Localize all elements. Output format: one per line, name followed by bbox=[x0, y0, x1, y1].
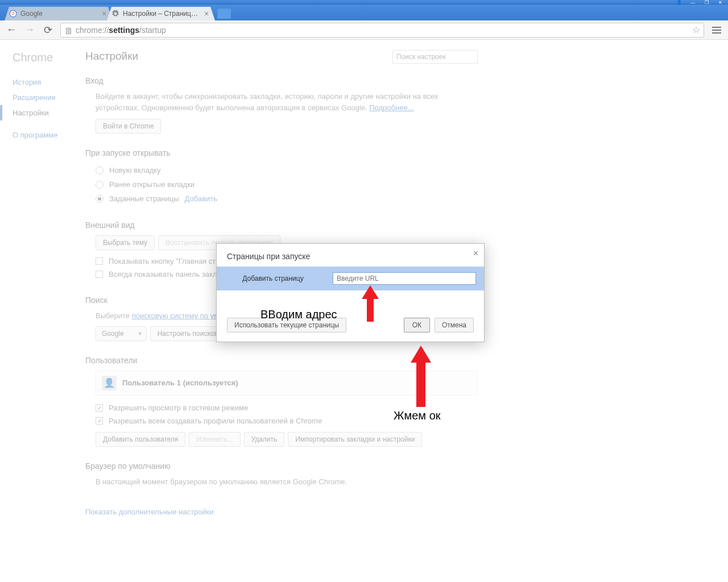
section-users: Пользователи 👤 Пользователь 1 (используе… bbox=[85, 356, 478, 447]
dialog-close-icon[interactable]: × bbox=[473, 248, 478, 259]
reload-button[interactable]: ⟳ bbox=[40, 22, 56, 38]
search-engine-select[interactable]: Google▼ bbox=[96, 326, 147, 341]
section-heading: При запуске открывать bbox=[85, 148, 478, 157]
page-icon: 🗎 bbox=[64, 26, 72, 34]
dialog-add-row: Добавить страницу bbox=[217, 267, 484, 290]
chrome-brand: Chrome bbox=[13, 51, 85, 64]
radio-continue[interactable] bbox=[96, 181, 104, 189]
forward-button: → bbox=[22, 22, 38, 38]
back-button[interactable]: ← bbox=[3, 22, 19, 38]
check-label: Разрешить всем создавать профили пользов… bbox=[109, 417, 322, 425]
user-icon[interactable]: 👤 bbox=[672, 0, 686, 5]
tab-close-icon[interactable]: × bbox=[100, 10, 108, 18]
show-advanced-link[interactable]: Показать дополнительные настройки bbox=[85, 508, 214, 516]
checkbox-show-home[interactable] bbox=[96, 257, 103, 265]
tab-settings[interactable]: Настройки – Страницы пр × bbox=[107, 7, 215, 20]
google-favicon-icon: G bbox=[9, 10, 17, 18]
startup-add-link[interactable]: Добавить bbox=[185, 194, 217, 203]
startup-pages-dialog: × Страницы при запуске Добавить страницу… bbox=[216, 243, 485, 342]
svg-text:G: G bbox=[11, 11, 14, 15]
settings-search-input[interactable] bbox=[392, 50, 478, 64]
sidebar-item-settings[interactable]: Настройки bbox=[0, 105, 85, 120]
url-text: chrome://settings/startup bbox=[76, 26, 166, 35]
window-titlebar: 👤 — ❐ ✕ bbox=[0, 0, 728, 5]
chrome-menu-button[interactable] bbox=[709, 22, 725, 38]
ok-button[interactable]: ОК bbox=[404, 318, 430, 332]
avatar-icon: 👤 bbox=[102, 376, 117, 390]
user-name: Пользователь 1 (используется) bbox=[122, 379, 238, 387]
default-browser-text: В настоящий момент браузером по умолчани… bbox=[85, 476, 478, 488]
checkbox-show-bookmarks[interactable] bbox=[96, 271, 103, 278]
settings-sidebar: Chrome История Расширения Настройки О пр… bbox=[0, 40, 85, 582]
sidebar-item-about[interactable]: О программе bbox=[13, 127, 85, 143]
choose-theme-button[interactable]: Выбрать тему bbox=[96, 235, 155, 250]
edit-user-button: Изменить... bbox=[189, 432, 240, 447]
radio-label: Новую вкладку bbox=[109, 166, 161, 174]
check-label: Всегда показывать панель закладок bbox=[109, 270, 233, 278]
signin-button[interactable]: Войти в Chrome bbox=[96, 119, 161, 134]
import-button[interactable]: Импортировать закладки и настройки bbox=[288, 432, 422, 447]
radio-newtab[interactable] bbox=[96, 167, 104, 174]
tab-google[interactable]: G Google × bbox=[5, 7, 113, 20]
tab-title: Настройки – Страницы пр bbox=[123, 10, 202, 18]
section-heading: Вход bbox=[85, 76, 478, 85]
tab-close-icon[interactable]: × bbox=[202, 10, 210, 18]
new-tab-button[interactable] bbox=[217, 9, 231, 19]
section-default-browser: Браузер по умолчанию В настоящий момент … bbox=[85, 462, 478, 488]
cancel-button[interactable]: Отмена bbox=[435, 318, 474, 332]
radio-pages[interactable] bbox=[96, 195, 104, 203]
sidebar-item-history[interactable]: История bbox=[13, 74, 85, 90]
address-bar[interactable]: 🗎 chrome://settings/startup ☆ bbox=[60, 23, 704, 38]
add-page-label: Добавить страницу bbox=[225, 275, 321, 282]
signin-more-link[interactable]: Подробнее... bbox=[369, 103, 413, 112]
radio-label: Ранее открытые вкладки bbox=[109, 180, 195, 189]
chevron-down-icon: ▼ bbox=[138, 331, 143, 336]
dialog-title: Страницы при запуске bbox=[217, 244, 484, 267]
sidebar-item-extensions[interactable]: Расширения bbox=[13, 90, 85, 105]
delete-user-button[interactable]: Удалить bbox=[244, 432, 285, 447]
checkbox-allow-add[interactable] bbox=[96, 417, 103, 425]
section-heading: Пользователи bbox=[85, 356, 478, 365]
current-user-row[interactable]: 👤 Пользователь 1 (используется) bbox=[96, 371, 478, 396]
section-heading: Браузер по умолчанию bbox=[85, 462, 478, 471]
gear-favicon-icon bbox=[111, 10, 119, 18]
tab-title: Google bbox=[20, 10, 100, 18]
use-current-pages-button[interactable]: Использовать текущие страницы bbox=[227, 318, 346, 332]
url-input[interactable] bbox=[333, 272, 476, 285]
section-signin: Вход Войдите в аккаунт, чтобы синхронизи… bbox=[85, 76, 478, 134]
minimize-button[interactable]: — bbox=[686, 0, 700, 5]
maximize-button[interactable]: ❐ bbox=[700, 0, 713, 5]
bookmark-star-icon[interactable]: ☆ bbox=[692, 24, 700, 35]
tab-strip: G Google × Настройки – Страницы пр × bbox=[0, 5, 728, 20]
check-label: Разрешить просмотр в гостевом режиме bbox=[109, 404, 248, 412]
section-heading: Внешний вид bbox=[85, 221, 478, 230]
close-window-button[interactable]: ✕ bbox=[713, 0, 727, 5]
checkbox-guest[interactable] bbox=[96, 404, 103, 411]
section-startup: При запуске открывать Новую вкладку Ране… bbox=[85, 148, 478, 206]
add-user-button[interactable]: Добавить пользователя bbox=[96, 432, 185, 447]
browser-toolbar: ← → ⟳ 🗎 chrome://settings/startup ☆ bbox=[0, 20, 728, 40]
radio-label: Заданные страницы bbox=[109, 194, 179, 203]
